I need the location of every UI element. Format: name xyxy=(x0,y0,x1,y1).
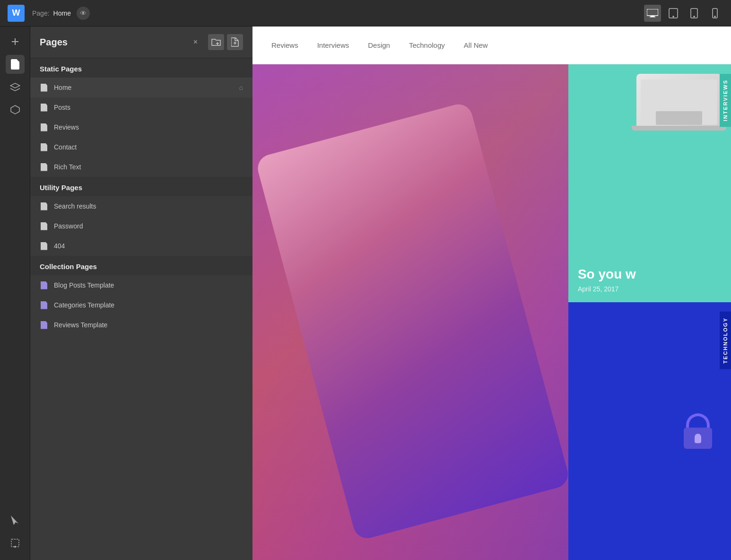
mobile-icon[interactable] xyxy=(706,5,723,22)
page-item-posts[interactable]: Posts xyxy=(30,97,252,117)
add-folder-button[interactable] xyxy=(208,34,224,50)
doc-purple-icon xyxy=(40,280,48,290)
right-panels: INTERVIEWS So you w April 25, 2017 TECHN… xyxy=(568,64,731,560)
page-item-label: Home xyxy=(54,84,71,91)
tablet-icon[interactable] xyxy=(686,5,703,22)
assets-icon[interactable] xyxy=(6,100,25,119)
svg-rect-0 xyxy=(647,9,658,16)
page-item-label: Password xyxy=(54,222,83,230)
lock-decoration xyxy=(679,408,717,455)
page-item-password[interactable]: Password xyxy=(30,216,252,236)
pages-icon[interactable] xyxy=(6,55,25,74)
page-item-label: Contact xyxy=(54,143,77,151)
selection-icon[interactable] xyxy=(6,534,25,552)
doc-purple-icon xyxy=(40,320,48,330)
collection-pages-header: Collection Pages xyxy=(30,256,252,275)
svg-point-4 xyxy=(673,16,674,17)
page-item-label: Rich Text xyxy=(54,163,81,171)
hero-image xyxy=(252,64,568,560)
page-item-categories-template[interactable]: Categories Template xyxy=(30,295,252,315)
lock-keyhole xyxy=(695,434,701,443)
preview-area: Reviews Interviews Design Technology All… xyxy=(252,26,731,560)
page-item-home[interactable]: Home ⌂ xyxy=(30,78,252,97)
svg-point-8 xyxy=(714,16,715,17)
device-icons xyxy=(644,5,723,22)
home-icon: ⌂ xyxy=(239,84,243,91)
preview-content: INTERVIEWS So you w April 25, 2017 TECHN… xyxy=(252,64,731,560)
page-item-label: Blog Posts Template xyxy=(54,281,114,289)
add-page-button[interactable] xyxy=(227,34,243,50)
svg-rect-12 xyxy=(11,539,19,547)
laptop-screen xyxy=(636,74,722,131)
doc-icon xyxy=(40,241,48,251)
card-interviews-title: So you w xyxy=(578,266,722,282)
page-item-label: Posts xyxy=(54,104,70,111)
nav-item-reviews[interactable]: Reviews xyxy=(271,41,298,49)
page-item-label: Reviews xyxy=(54,123,79,131)
preview-nav: Reviews Interviews Design Technology All… xyxy=(252,26,731,64)
page-item-label: Search results xyxy=(54,202,96,210)
topbar: W Page: Home 👁 xyxy=(0,0,731,26)
nav-item-all-new[interactable]: All New xyxy=(464,41,488,49)
page-label: Page: xyxy=(32,9,50,17)
nav-item-interviews[interactable]: Interviews xyxy=(317,41,349,49)
cursor-icon[interactable] xyxy=(6,511,25,530)
doc-icon xyxy=(40,162,48,172)
static-pages-header: Static Pages xyxy=(30,58,252,78)
doc-icon xyxy=(40,122,48,132)
pages-panel-header: Pages × xyxy=(30,26,252,58)
page-item-rich-text[interactable]: Rich Text xyxy=(30,157,252,177)
svg-marker-11 xyxy=(11,105,19,114)
utility-pages-header: Utility Pages xyxy=(30,177,252,196)
svg-rect-2 xyxy=(650,17,655,18)
main-layout: Pages × Static Pages Home ⌂ Posts Review… xyxy=(0,26,731,560)
visibility-icon[interactable]: 👁 xyxy=(77,7,90,20)
desktop-icon[interactable] xyxy=(644,5,661,22)
doc-icon xyxy=(40,221,48,231)
lock-body xyxy=(684,428,712,449)
page-item-reviews-template[interactable]: Reviews Template xyxy=(30,315,252,335)
interviews-tag: INTERVIEWS xyxy=(720,74,731,127)
card-technology: TECHNOLOGY xyxy=(568,302,731,560)
page-item-contact[interactable]: Contact xyxy=(30,137,252,157)
page-item-404[interactable]: 404 xyxy=(30,236,252,256)
page-item-reviews[interactable]: Reviews xyxy=(30,117,252,137)
page-name: Home xyxy=(53,9,71,17)
page-item-search-results[interactable]: Search results xyxy=(30,196,252,216)
layers-icon[interactable] xyxy=(6,78,25,96)
laptop-base xyxy=(632,126,726,131)
page-item-label: Reviews Template xyxy=(54,321,107,329)
page-item-label: Categories Template xyxy=(54,301,114,309)
add-panel-button[interactable] xyxy=(6,32,25,51)
doc-purple-icon xyxy=(40,300,48,310)
nav-item-technology[interactable]: Technology xyxy=(409,41,445,49)
doc-icon xyxy=(40,201,48,211)
svg-point-6 xyxy=(694,16,695,17)
logo: W xyxy=(8,5,25,22)
nav-item-design[interactable]: Design xyxy=(368,41,390,49)
technology-tag: TECHNOLOGY xyxy=(720,312,731,369)
pages-panel-title: Pages xyxy=(40,37,193,48)
card-interviews: INTERVIEWS So you w April 25, 2017 xyxy=(568,64,731,302)
doc-icon xyxy=(40,103,48,112)
icon-bar xyxy=(0,26,30,560)
page-item-label: 404 xyxy=(54,242,65,250)
page-item-blog-posts-template[interactable]: Blog Posts Template xyxy=(30,275,252,295)
card-interviews-date: April 25, 2017 xyxy=(578,285,722,293)
tablet-large-icon[interactable] xyxy=(665,5,682,22)
svg-point-13 xyxy=(14,546,16,548)
svg-rect-1 xyxy=(651,16,654,17)
lock-arc xyxy=(686,413,710,428)
doc-icon xyxy=(40,142,48,152)
pages-panel: Pages × Static Pages Home ⌂ Posts Review… xyxy=(30,26,252,560)
doc-icon xyxy=(40,83,48,92)
close-button[interactable]: × xyxy=(193,38,198,46)
